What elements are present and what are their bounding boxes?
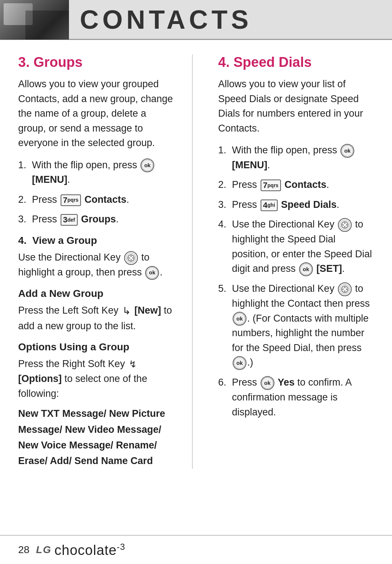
groups-step-1: 1. With the flip open, press ok [MENU].: [18, 158, 174, 187]
svg-marker-9: [346, 224, 348, 226]
page-footer: 28 LG chocolate-3: [0, 535, 392, 564]
groups-step-2: 2. Press 7pqrs Contacts.: [18, 192, 174, 207]
ok-button-icon-sd-1: ok: [340, 144, 354, 158]
svg-marker-14: [346, 289, 348, 290]
svg-marker-11: [344, 286, 346, 288]
speed-dials-section-title: 4. Speed Dials: [218, 55, 374, 70]
svg-marker-13: [342, 289, 343, 290]
chocolate-logo: chocolate-3: [54, 542, 125, 558]
options-using-group-heading: Options Using a Group: [18, 341, 174, 353]
key-7-contacts-right: 7pqrs: [261, 180, 281, 191]
right-soft-key-icon: ↯: [129, 357, 137, 371]
dir-key-icon-sd-4: [338, 218, 352, 232]
ok-button-icon-view-group: ok: [145, 266, 159, 280]
key-7-contacts-left: 7pqrs: [61, 194, 81, 206]
speed-dials-step-1: 1. With the flip open, press ok [MENU].: [218, 143, 374, 172]
key-4-speed-dials: 4ghi: [261, 200, 278, 211]
svg-marker-6: [344, 222, 346, 223]
options-using-group-content: Press the Right Soft Key ↯ [Options] to …: [18, 356, 174, 401]
view-a-group-content: Use the Directional Key to highlight a g…: [18, 250, 174, 280]
left-soft-key-icon: ↳: [122, 303, 131, 319]
header-image: [0, 0, 69, 40]
ok-button-icon-sd-5a: ok: [233, 312, 246, 326]
svg-marker-4: [132, 257, 134, 259]
ok-button-icon-sd-4: ok: [299, 262, 313, 276]
speed-dials-step-5: 5. Use the Directional Key to highlight …: [218, 281, 374, 370]
svg-marker-1: [130, 255, 132, 257]
dir-key-icon-view-group: [124, 251, 138, 265]
groups-steps-list: 1. With the flip open, press ok [MENU]. …: [18, 158, 174, 227]
ok-button-icon-1: ok: [140, 158, 154, 172]
key-3-groups: 3def: [61, 214, 78, 226]
svg-marker-7: [344, 226, 346, 228]
header-title: CONTACTS: [69, 5, 252, 35]
groups-step-3: 3. Press 3def Groups.: [18, 212, 174, 227]
speed-dials-intro: Allows you to view your list of Speed Di…: [218, 77, 374, 136]
svg-marker-2: [130, 259, 132, 261]
groups-section: 3. Groups Allows you to view your groupe…: [18, 55, 193, 469]
groups-section-title: 3. Groups: [18, 55, 174, 70]
main-content: 3. Groups Allows you to view your groupe…: [0, 40, 392, 476]
view-a-group-heading: 4. View a Group: [18, 235, 174, 246]
options-list-bold: New TXT Message/ New Picture Message/ Ne…: [18, 406, 174, 469]
groups-intro: Allows you to view your grouped Contacts…: [18, 77, 174, 150]
speed-dials-step-4: 4. Use the Directional Key to highlight …: [218, 217, 374, 276]
speed-dials-steps-list: 1. With the flip open, press ok [MENU]. …: [218, 143, 374, 419]
speed-dials-step-2: 2. Press 7pqrs Contacts.: [218, 177, 374, 192]
dir-key-icon-sd-5: [338, 282, 352, 296]
svg-marker-12: [344, 291, 346, 292]
speed-dials-step-6: 6. Press ok Yes to confirm. A confirmati…: [218, 375, 374, 419]
speed-dials-step-3: 3. Press 4ghi Speed Dials.: [218, 197, 374, 212]
lg-logo: LG: [36, 544, 52, 556]
add-new-group-heading: Add a New Group: [18, 288, 174, 299]
page-number: 28: [18, 544, 29, 556]
ok-button-icon-sd-6: ok: [261, 376, 274, 390]
page-header: CONTACTS: [0, 0, 392, 40]
svg-marker-8: [342, 224, 343, 226]
speed-dials-section: 4. Speed Dials Allows you to view your l…: [215, 55, 374, 469]
brand-logo: LG chocolate-3: [36, 542, 125, 558]
svg-marker-3: [128, 257, 130, 259]
add-new-group-content: Press the Left Soft Key ↳ [New] to add a…: [18, 303, 174, 333]
ok-button-icon-sd-5b: ok: [233, 356, 246, 370]
